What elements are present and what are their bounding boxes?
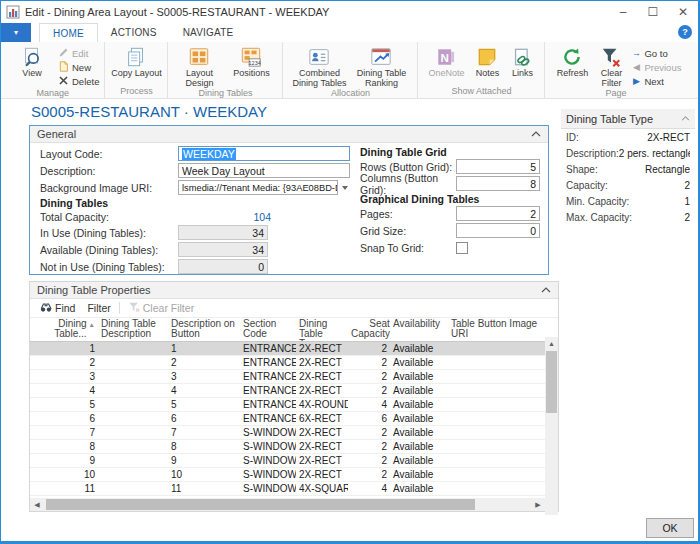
cell-type: 2X-RECT xyxy=(296,454,348,467)
clear-filter-button-toolbar[interactable]: Clear Filter xyxy=(124,300,198,317)
horizontal-scrollbar-track[interactable] xyxy=(44,498,531,511)
cell-uri xyxy=(448,440,558,453)
next-button[interactable]: ▶ Next xyxy=(631,74,681,88)
tab-actions[interactable]: ACTIONS xyxy=(98,23,170,42)
table-row[interactable]: 55ENTRANCE4X-ROUND4Available xyxy=(30,398,558,412)
column-header-seat-capacity[interactable]: Seat Capacity xyxy=(348,318,390,341)
factbox-field: Shape:Rectangle xyxy=(561,161,695,177)
notes-button[interactable]: Notes xyxy=(469,44,505,78)
description-input[interactable]: Week Day Layout xyxy=(178,163,350,178)
in-use-label: In Use (Dining Tables): xyxy=(40,227,178,239)
group-label-process: Process xyxy=(110,86,162,98)
horizontal-scrollbar-thumb[interactable] xyxy=(46,499,475,510)
new-button[interactable]: New xyxy=(58,60,99,74)
cell-no: 10 xyxy=(46,468,98,481)
cell-description xyxy=(98,342,168,355)
total-capacity-link[interactable]: 104 xyxy=(178,211,271,223)
previous-arrow-icon: ◀ xyxy=(631,62,641,72)
ok-button[interactable]: OK xyxy=(646,518,694,538)
dining-table-ranking-button[interactable]: Dining Table Ranking xyxy=(350,44,412,88)
clear-filter-button[interactable]: Clear Filter xyxy=(594,44,628,88)
column-header-dining-table-no[interactable]: Dining Table...▲ xyxy=(46,318,98,341)
scroll-left-icon[interactable]: ◀ xyxy=(30,498,44,511)
column-header-dining-table-type[interactable]: Dining Table Typ... xyxy=(296,318,348,341)
view-button[interactable]: View xyxy=(6,44,58,78)
row-selector-cell xyxy=(30,356,46,369)
table-row[interactable]: 66ENTRANCE6X-RECT6Available xyxy=(30,412,558,426)
cell-no: 6 xyxy=(46,412,98,425)
layout-grid-icon xyxy=(188,45,210,68)
refresh-button[interactable]: Refresh xyxy=(550,44,594,78)
edit-button[interactable]: Edit xyxy=(58,46,99,60)
properties-header[interactable]: Dining Table Properties xyxy=(30,282,558,299)
app-menu-button[interactable]: ▾ xyxy=(1,23,31,42)
table-row[interactable]: 99S-WINDOWS2X-RECT2Available xyxy=(30,454,558,468)
collapse-chevron-icon[interactable] xyxy=(531,131,541,137)
column-header-table-button-image-uri[interactable]: Table Button Image URI xyxy=(448,318,558,341)
table-row[interactable]: 44ENTRANCE2X-RECT2Available xyxy=(30,384,558,398)
table-row[interactable]: 1010S-WINDOWS2X-RECT2Available xyxy=(30,468,558,482)
collapse-chevron-icon[interactable] xyxy=(681,116,690,121)
copy-layout-button[interactable]: Copy Layout xyxy=(110,44,162,78)
columns-input[interactable]: 8 xyxy=(456,176,540,191)
filter-button[interactable]: Filter xyxy=(83,300,114,317)
scroll-up-icon[interactable]: ▲ xyxy=(545,337,558,350)
find-button[interactable]: Find xyxy=(36,300,79,317)
tab-navigate[interactable]: NAVIGATE xyxy=(170,23,247,42)
caret-down-icon: ▾ xyxy=(14,28,18,37)
help-icon[interactable]: ? xyxy=(678,25,692,39)
horizontal-scrollbar[interactable]: ◀ ▶ xyxy=(30,498,558,511)
table-row[interactable]: 1111S-WINDOWS4X-SQUARE4Available xyxy=(30,482,558,496)
table-row[interactable]: 33ENTRANCE2X-RECT2Available xyxy=(30,370,558,384)
table-row[interactable]: 11ENTRANCE2X-RECT2Available xyxy=(30,342,558,356)
scroll-right-icon[interactable]: ▶ xyxy=(531,498,545,511)
minimize-icon[interactable]: – xyxy=(608,1,638,22)
column-header-availability[interactable]: Availability xyxy=(390,318,448,341)
snap-to-grid-checkbox[interactable] xyxy=(456,242,468,254)
cell-no: 5 xyxy=(46,398,98,411)
rows-input[interactable]: 5 xyxy=(456,159,540,174)
layout-design-button[interactable]: Layout Design xyxy=(173,44,225,88)
table-row[interactable]: 22ENTRANCE2X-RECT2Available xyxy=(30,356,558,370)
table-row[interactable]: 88S-WINDOWS2X-RECT2Available xyxy=(30,440,558,454)
chevron-down-icon[interactable] xyxy=(338,180,351,195)
cell-button: 6 xyxy=(168,412,240,425)
positions-button[interactable]: 1234 Positions xyxy=(225,44,277,78)
snap-to-grid-label: Snap To Grid: xyxy=(360,242,456,254)
pages-input[interactable]: 2 xyxy=(456,206,540,221)
grid-size-input[interactable]: 0 xyxy=(456,223,540,238)
cell-type: 4X-SQUARE xyxy=(296,482,348,495)
column-header-section-code[interactable]: Section Code xyxy=(240,318,296,341)
cell-seats: 2 xyxy=(348,468,390,481)
factbox-header[interactable]: Dining Table Type xyxy=(561,109,695,129)
collapse-chevron-icon[interactable] xyxy=(541,287,551,293)
onenote-button[interactable]: N OneNote xyxy=(423,44,469,78)
maximize-icon[interactable]: ☐ xyxy=(638,1,668,22)
pencil-icon xyxy=(58,47,69,60)
cell-uri xyxy=(448,384,558,397)
general-header[interactable]: General xyxy=(30,126,548,143)
goto-button[interactable]: → Go to xyxy=(631,46,681,60)
table-header-row: Dining Table...▲ Dining Table Descriptio… xyxy=(30,318,558,342)
column-header-description[interactable]: Dining Table Description xyxy=(98,318,168,341)
svg-text:1234: 1234 xyxy=(249,59,261,65)
row-selector-cell xyxy=(30,482,46,495)
vertical-scrollbar[interactable]: ▲ ▼ xyxy=(545,337,558,515)
table-row[interactable]: 77S-WINDOWS2X-RECT2Available xyxy=(30,426,558,440)
combined-dining-tables-button[interactable]: Combined Dining Tables xyxy=(288,44,350,88)
layout-code-input[interactable]: WEEKDAY xyxy=(178,146,350,161)
close-icon[interactable]: ✕ xyxy=(668,1,698,22)
clear-filter-icon xyxy=(128,301,140,315)
cell-no: 1 xyxy=(46,342,98,355)
person-card-icon xyxy=(308,45,330,68)
previous-button[interactable]: ◀ Previous xyxy=(631,60,681,74)
background-image-uri-input[interactable]: lsmedia://Tenant Media: {93AE08BD-D895-4… xyxy=(178,180,338,195)
delete-button[interactable]: Delete xyxy=(58,74,99,88)
table-toolbar: Find Filter Clear Filter xyxy=(30,299,558,318)
column-header-description-on-button[interactable]: Description on Button xyxy=(168,318,240,341)
tab-home[interactable]: HOME xyxy=(39,23,98,42)
links-button[interactable]: Links xyxy=(505,44,539,78)
cell-description xyxy=(98,412,168,425)
vertical-scrollbar-thumb[interactable] xyxy=(546,351,557,413)
note-icon xyxy=(478,45,496,68)
